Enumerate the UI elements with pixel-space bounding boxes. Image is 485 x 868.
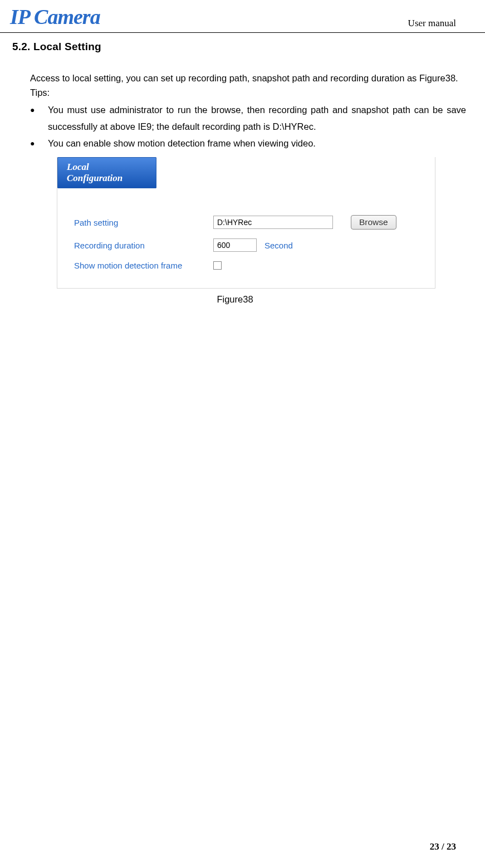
tip-item: You can enable show motion detection fra… [30, 135, 466, 152]
recording-duration-row: Recording duration Second [74, 238, 423, 252]
page-header: IP Camera User manual [0, 0, 485, 33]
doc-title: User manual [408, 18, 456, 29]
logo: IP Camera [10, 4, 100, 29]
intro-paragraph: Access to local setting, you can set up … [11, 70, 466, 86]
tips-label: Tips: [11, 87, 466, 98]
figure-caption: Figure38 [35, 294, 435, 305]
path-input[interactable] [213, 216, 333, 229]
motion-label: Show motion detection frame [74, 261, 213, 270]
duration-label: Recording duration [74, 241, 213, 250]
tip-item: You must use administrator to run the br… [30, 101, 466, 135]
panel-title: Local Configuration [57, 157, 156, 188]
page-content: 5.2. Local Setting Access to local setti… [0, 33, 485, 305]
path-setting-row: Path setting Browse [74, 215, 423, 230]
motion-checkbox[interactable] [213, 261, 222, 270]
duration-input[interactable] [213, 238, 257, 252]
section-heading: 5.2. Local Setting [12, 41, 466, 53]
panel-body: Path setting Browse Recording duration S… [57, 188, 435, 288]
config-panel: Local Configuration Path setting Browse … [57, 157, 435, 289]
path-label: Path setting [74, 218, 213, 227]
page-number: 23 / 23 [430, 841, 456, 852]
browse-button[interactable]: Browse [351, 215, 396, 230]
duration-unit: Second [264, 241, 293, 250]
figure-wrap: Local Configuration Path setting Browse … [57, 157, 435, 305]
motion-frame-row: Show motion detection frame [74, 261, 423, 270]
tips-list: You must use administrator to run the br… [11, 101, 466, 152]
